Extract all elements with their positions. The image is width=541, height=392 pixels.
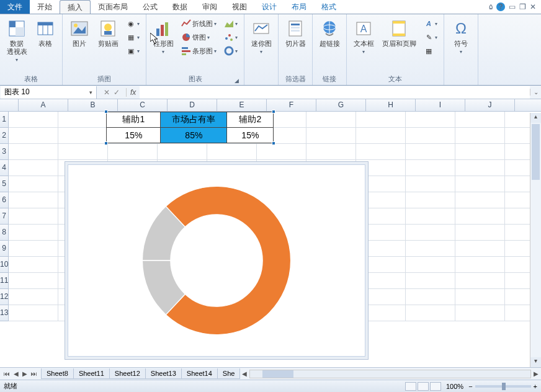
chart-plot-area[interactable] — [71, 168, 362, 353]
vertical-scrollbar[interactable]: ▴ ▾ — [530, 113, 541, 367]
clipart-button[interactable]: 剪贴画 — [95, 17, 121, 49]
selection-handle[interactable] — [104, 141, 108, 145]
hscroll-track[interactable] — [249, 370, 531, 378]
sheet-nav-prev-icon[interactable]: ◀ — [12, 370, 20, 377]
zoom-level[interactable]: 100% — [446, 383, 463, 390]
selection-handle[interactable] — [272, 141, 275, 145]
selection-handle[interactable] — [104, 110, 108, 114]
tab-formulas[interactable]: 公式 — [135, 0, 165, 14]
pivot-table-button[interactable]: 数据 透视表▾ — [4, 17, 30, 64]
formula-input[interactable] — [140, 86, 530, 99]
row-header-3[interactable]: 3 — [0, 144, 9, 160]
cell-c1[interactable]: 辅助1 — [106, 112, 161, 128]
bar-chart-button[interactable]: 条形图▾ — [179, 45, 219, 57]
zoom-in-icon[interactable]: + — [534, 383, 537, 390]
column-header-B[interactable]: B — [68, 99, 118, 111]
scatter-chart-button[interactable]: ▾ — [221, 31, 240, 43]
pie-chart-button[interactable]: 饼图▾ — [179, 31, 219, 43]
column-header-E[interactable]: E — [217, 99, 267, 111]
tab-insert[interactable]: 插入 — [60, 0, 91, 14]
screenshot-button[interactable]: ▣▾ — [123, 45, 142, 57]
tab-review[interactable]: 审阅 — [195, 0, 225, 14]
table-button[interactable]: 表格 — [32, 17, 58, 49]
tab-view[interactable]: 视图 — [225, 0, 254, 14]
cell-c2[interactable]: 15% — [106, 127, 161, 143]
row-header-6[interactable]: 6 — [0, 192, 9, 208]
select-all-corner[interactable] — [0, 99, 19, 111]
help-icon[interactable]: ? — [496, 2, 505, 11]
other-chart-button[interactable]: ▾ — [221, 45, 240, 57]
row-header-13[interactable]: 13 — [0, 305, 9, 321]
column-header-A[interactable]: A — [19, 99, 68, 111]
shapes-button[interactable]: ◉▾ — [123, 17, 142, 30]
cell-e1[interactable]: 辅助2 — [226, 112, 274, 128]
area-chart-button[interactable]: ▾ — [221, 17, 240, 30]
window-minimize-icon[interactable]: ▭ — [509, 2, 516, 11]
donut-segment-市场占有率[interactable] — [166, 186, 291, 334]
hyperlink-button[interactable]: 超链接 — [316, 17, 342, 49]
charts-launcher-icon[interactable]: ◢ — [235, 78, 239, 84]
row-header-5[interactable]: 5 — [0, 176, 9, 192]
ribbon-minimize-icon[interactable]: ۵ — [489, 2, 493, 11]
sheet-nav-next-icon[interactable]: ▶ — [21, 370, 29, 377]
sheet-tab-Sheet8[interactable]: Sheet8 — [41, 368, 74, 379]
view-page-break-button[interactable] — [430, 382, 441, 391]
cell-d2[interactable]: 85% — [160, 127, 227, 143]
sheet-tab-She[interactable]: She — [217, 368, 241, 379]
hscroll-right-icon[interactable]: ▶ — [534, 370, 539, 377]
view-page-layout-button[interactable] — [418, 382, 429, 391]
tab-format[interactable]: 格式 — [314, 0, 344, 14]
smartart-button[interactable]: ▦▾ — [123, 31, 142, 43]
selection-handle[interactable] — [272, 110, 275, 114]
cell-d1[interactable]: 市场占有率 — [160, 112, 227, 128]
row-header-2[interactable]: 2 — [0, 128, 9, 144]
name-box[interactable]: 图表 10▾ — [1, 86, 97, 99]
column-header-H[interactable]: H — [366, 99, 416, 111]
column-chart-button[interactable]: 柱形图▾ — [150, 17, 176, 56]
sheet-nav-last-icon[interactable]: ⏭ — [30, 370, 38, 377]
column-header-J[interactable]: J — [465, 99, 515, 111]
signature-button[interactable]: ✎▾ — [421, 31, 440, 43]
tab-home[interactable]: 开始 — [30, 0, 60, 14]
tab-layout[interactable]: 布局 — [284, 0, 314, 14]
textbox-button[interactable]: A 文本框▾ — [351, 17, 377, 56]
zoom-slider[interactable]: − + — [468, 383, 537, 390]
view-normal-button[interactable] — [405, 382, 416, 391]
row-header-12[interactable]: 12 — [0, 289, 9, 305]
cell-e2[interactable]: 15% — [226, 127, 274, 143]
sheet-tab-Sheet12[interactable]: Sheet12 — [109, 368, 146, 379]
fx-icon[interactable]: fx — [126, 88, 140, 97]
hscroll-thumb[interactable] — [262, 370, 293, 378]
column-header-I[interactable]: I — [416, 99, 465, 111]
sheet-tab-Sheet11[interactable]: Sheet11 — [73, 368, 110, 379]
horizontal-scrollbar[interactable]: ◀ ▶ — [239, 370, 541, 378]
scroll-down-icon[interactable]: ▾ — [530, 357, 541, 367]
window-restore-icon[interactable]: ❐ — [519, 2, 526, 11]
column-header-D[interactable]: D — [168, 99, 217, 111]
row-header-1[interactable]: 1 — [0, 112, 9, 128]
row-header-9[interactable]: 9 — [0, 241, 9, 257]
picture-button[interactable]: 图片 — [66, 17, 92, 49]
cells-area[interactable]: 辅助1市场占有率辅助215%85%15% — [9, 112, 541, 321]
chart-object[interactable] — [65, 161, 369, 360]
scroll-up-icon[interactable]: ▴ — [530, 113, 541, 123]
tab-design[interactable]: 设计 — [254, 0, 284, 14]
column-header-C[interactable]: C — [118, 99, 168, 111]
column-header-G[interactable]: G — [316, 99, 366, 111]
sheet-tab-Sheet13[interactable]: Sheet13 — [145, 368, 182, 379]
worksheet-grid[interactable]: ABCDEFGHIJ 12345678910111213 辅助1市场占有率辅助2… — [0, 99, 541, 366]
sparkline-button[interactable]: 迷你图▾ — [248, 17, 274, 56]
row-header-7[interactable]: 7 — [0, 208, 9, 225]
formula-expand-icon[interactable]: ⌄ — [530, 89, 541, 96]
tab-data[interactable]: 数据 — [165, 0, 195, 14]
tab-page-layout[interactable]: 页面布局 — [91, 0, 135, 14]
header-footer-button[interactable]: 页眉和页脚 — [379, 17, 419, 49]
name-box-dropdown-icon[interactable]: ▾ — [89, 89, 92, 96]
tab-file[interactable]: 文件 — [0, 0, 30, 14]
row-header-4[interactable]: 4 — [0, 160, 9, 176]
zoom-out-icon[interactable]: − — [468, 383, 472, 390]
symbol-button[interactable]: Ω 符号▾ — [448, 17, 474, 56]
wordart-button[interactable]: A▾ — [421, 17, 440, 30]
line-chart-button[interactable]: 折线图▾ — [179, 17, 219, 30]
row-header-8[interactable]: 8 — [0, 225, 9, 241]
